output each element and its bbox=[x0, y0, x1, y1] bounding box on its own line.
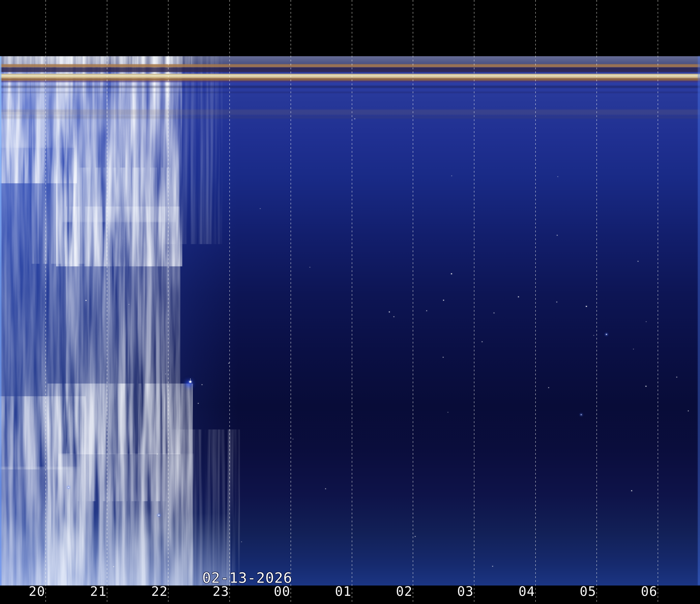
hour-gridline-21 bbox=[107, 0, 107, 604]
hour-tick-label: 02 bbox=[396, 585, 412, 598]
keogram-plot-area bbox=[0, 56, 700, 585]
hour-tick-label: 23 bbox=[212, 585, 229, 598]
hour-gridline-05 bbox=[597, 0, 597, 604]
cloud-plumes-texture bbox=[0, 56, 700, 585]
hour-tick-label: 22 bbox=[151, 585, 168, 598]
hour-tick-label: 04 bbox=[519, 585, 535, 598]
hour-tick-label: 20 bbox=[29, 585, 45, 598]
hour-tick-label: 21 bbox=[90, 585, 106, 598]
hour-gridline-01 bbox=[352, 0, 352, 604]
hour-gridline-23 bbox=[229, 0, 230, 604]
keogram-screenshot: 2021222300010203040506 02-13-2026 bbox=[0, 0, 700, 604]
hour-gridline-00 bbox=[291, 0, 291, 604]
left-edge-glow bbox=[0, 56, 1, 585]
right-edge-glow bbox=[698, 56, 700, 585]
hour-tick-label: 03 bbox=[457, 585, 474, 598]
hour-gridline-20 bbox=[46, 0, 46, 604]
hour-tick-label: 00 bbox=[274, 585, 290, 598]
hour-gridline-22 bbox=[168, 0, 169, 604]
hour-tick-label: 05 bbox=[580, 585, 596, 598]
hour-gridline-03 bbox=[474, 0, 474, 604]
hour-gridline-04 bbox=[535, 0, 536, 604]
hour-tick-label: 06 bbox=[641, 585, 657, 598]
hour-gridline-02 bbox=[413, 0, 413, 604]
hour-tick-label: 01 bbox=[335, 585, 351, 598]
hour-gridline-06 bbox=[658, 0, 658, 604]
date-annotation: 02-13-2026 bbox=[202, 571, 292, 585]
